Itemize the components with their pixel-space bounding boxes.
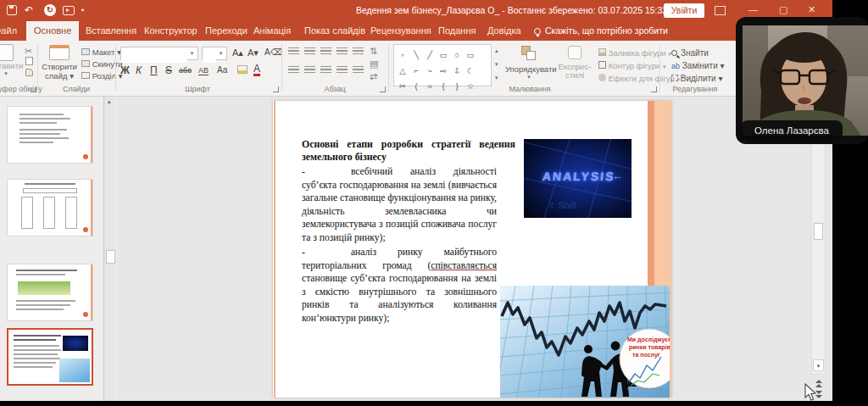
shape-scribble-icon[interactable]: ✂	[396, 80, 409, 92]
shapes-scroll-down-icon[interactable]: ▾	[495, 61, 498, 68]
shape-arrow-right-icon[interactable]: ⇨	[437, 64, 450, 77]
arrange-button[interactable]: Упорядкувати ▾	[505, 46, 553, 81]
slide-thumbnail-3[interactable]	[7, 264, 93, 321]
quick-access-more-icon[interactable]: •	[81, 4, 84, 16]
redo-icon[interactable]: ↻	[44, 4, 56, 16]
tab-home[interactable]: Основне	[26, 21, 79, 41]
sign-in-button[interactable]: Увійти	[664, 3, 704, 18]
shape-select-icon[interactable]: ▫	[396, 48, 409, 61]
shapes-gallery[interactable]: ▫╲╱▭○▭ △⌐~⇨⇩☾ ✂(≈{}☆	[393, 44, 492, 86]
scroll-up-icon[interactable]: ▴	[108, 98, 111, 105]
scrollbar-down-button[interactable]: ▾	[813, 359, 824, 371]
font-size-input[interactable]	[203, 52, 216, 63]
shape-rounded-rect-icon[interactable]: ▭	[464, 48, 477, 61]
find-button[interactable]: Знайти	[671, 48, 709, 58]
clear-formatting-button[interactable]: А⌫	[264, 47, 282, 57]
tell-me-search[interactable]: Скажіть, що потрібно зробити	[534, 21, 668, 41]
paragraph-dialog-launcher[interactable]	[380, 86, 386, 92]
copy-icon[interactable]	[25, 57, 33, 65]
shape-arc-icon[interactable]: ☾	[464, 64, 477, 77]
line-spacing-button[interactable]	[353, 47, 364, 56]
font-name-dropdown-icon[interactable]: ▾	[187, 48, 197, 58]
highlight-color-button[interactable]	[237, 65, 248, 74]
shape-brace-right-icon[interactable]: }	[450, 80, 464, 92]
slide-thumbnail-2[interactable]	[7, 179, 93, 236]
start-slideshow-icon[interactable]	[63, 6, 75, 15]
font-size-combobox[interactable]: ▾	[202, 47, 227, 60]
font-size-dropdown-icon[interactable]: ▾	[216, 48, 225, 58]
ribbon-options-icon[interactable]	[715, 6, 726, 15]
align-center-button[interactable]	[304, 66, 315, 75]
italic-button[interactable]: К	[136, 64, 142, 76]
scrollbar-thumb[interactable]	[814, 223, 823, 240]
bold-button[interactable]: Ж	[120, 64, 130, 76]
slide-thumbnail-4-selected[interactable]	[7, 328, 93, 386]
format-painter-icon[interactable]	[25, 69, 33, 76]
character-spacing-button[interactable]: АВ	[198, 66, 209, 75]
tab-design[interactable]: Конструктор	[136, 21, 205, 41]
columns-button[interactable]	[353, 66, 364, 75]
webcam-overlay[interactable]: Олена Лазарєва	[736, 17, 868, 144]
paste-button[interactable]: Вставити ▾	[0, 44, 24, 77]
tab-view[interactable]: Подання	[431, 21, 483, 41]
shape-elbow-icon[interactable]: ⌐	[409, 64, 423, 77]
smartart-convert-icon[interactable]: ⇄	[370, 71, 377, 82]
shapes-scroll-up-icon[interactable]: ▴	[495, 47, 498, 54]
reset-button[interactable]: Скинути	[81, 59, 123, 69]
market-chart-image[interactable]: Ми досліджуємо ринки товарів та послуг	[500, 286, 670, 398]
replace-button[interactable]: ab Замінити ▾	[671, 61, 725, 70]
change-case-button[interactable]: Аа	[217, 65, 227, 75]
font-name-input[interactable]	[121, 52, 187, 63]
strikethrough-button[interactable]: S	[165, 64, 172, 76]
shape-brace-left-icon[interactable]: {	[437, 80, 450, 92]
save-icon[interactable]	[7, 5, 17, 15]
text-shadow-button[interactable]: абв	[179, 66, 192, 75]
align-right-button[interactable]	[320, 66, 331, 75]
align-left-button[interactable]	[288, 66, 299, 75]
quick-styles-button[interactable]: Експрес-стилі	[554, 46, 595, 80]
tab-slideshow[interactable]: Показ слайдів	[297, 21, 373, 41]
decrease-indent-button[interactable]	[320, 47, 331, 56]
restore-button[interactable]: ▢	[779, 4, 787, 15]
font-name-combobox[interactable]: ▾	[120, 47, 198, 60]
analysis-keyboard-image[interactable]: ANALYSIS ← ⇧ Shift	[524, 139, 632, 218]
tab-review[interactable]: Рецензування	[363, 21, 439, 41]
text-direction-icon[interactable]: ⇅	[370, 46, 377, 57]
slide-text-placeholder[interactable]: Основні етапи розробки стратегії ведення…	[302, 138, 515, 325]
thumbnails-scrollbar[interactable]: ▴	[103, 97, 116, 401]
shape-arrow-line-icon[interactable]: ╱	[423, 48, 437, 61]
drawing-dialog-launcher[interactable]	[651, 86, 657, 92]
align-text-icon[interactable]: ▤	[370, 58, 378, 70]
tab-help[interactable]: Довідка	[480, 21, 529, 41]
shape-rectangle-icon[interactable]: ▭	[437, 48, 450, 61]
shape-arc2-icon[interactable]: (	[409, 80, 423, 92]
shape-effects-button[interactable]: Ефекти для фігур ▾	[598, 74, 680, 83]
underline-button[interactable]: П	[150, 64, 158, 76]
cut-icon[interactable]: ✂	[25, 46, 32, 57]
shapes-more-icon[interactable]: ▾	[495, 75, 498, 81]
shape-wave-icon[interactable]: ≈	[423, 80, 437, 92]
shape-star-icon[interactable]: ☆	[464, 80, 477, 92]
slide-canvas[interactable]: Основні етапи розробки стратегії ведення…	[273, 101, 671, 398]
new-slide-button[interactable]: Створити слайд ▾	[41, 45, 78, 81]
shape-triangle-icon[interactable]: △	[396, 64, 409, 77]
tab-animations[interactable]: Анімація	[246, 21, 298, 41]
minimize-button[interactable]: —	[748, 4, 758, 14]
select-button[interactable]: Виділити ▾	[671, 74, 722, 83]
undo-icon[interactable]: ↶	[25, 4, 33, 16]
increase-indent-button[interactable]	[337, 47, 348, 56]
shape-ellipse-icon[interactable]: ○	[450, 48, 464, 61]
shape-line-icon[interactable]: ╲	[409, 48, 423, 61]
numbering-button[interactable]	[304, 47, 315, 56]
tab-insert[interactable]: Вставлення	[78, 21, 144, 41]
font-dialog-launcher[interactable]	[273, 86, 279, 92]
shrink-font-button[interactable]: А▾	[248, 47, 259, 58]
close-button[interactable]: ✕	[808, 4, 815, 15]
bullets-button[interactable]	[288, 47, 299, 56]
shape-curve-icon[interactable]: ~	[423, 64, 437, 77]
tab-file[interactable]: Файл	[0, 21, 25, 41]
shape-arrow-down-icon[interactable]: ⇩	[450, 64, 464, 77]
grow-font-button[interactable]: А▴	[232, 47, 243, 58]
thumbnails-scroll-thumb[interactable]	[106, 250, 115, 264]
shape-outline-button[interactable]: Контур фігури ▾	[598, 61, 666, 70]
